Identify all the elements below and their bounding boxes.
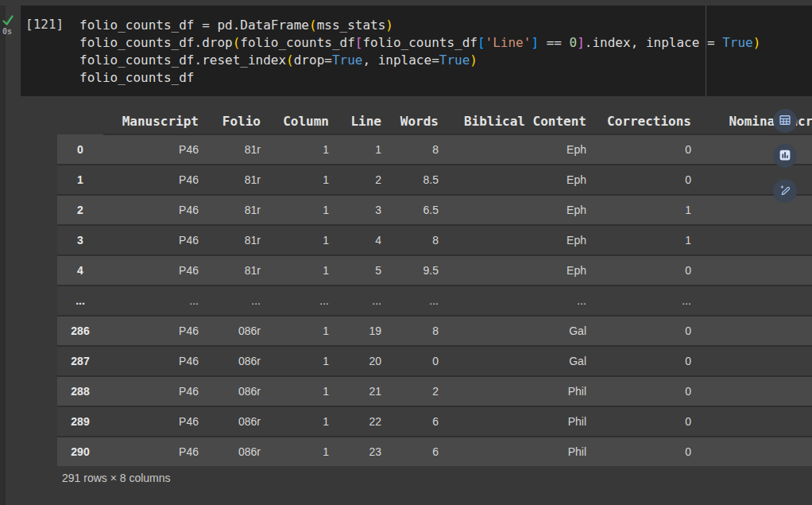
table-cell: ... [103, 286, 207, 316]
column-header: Biblical Content [447, 108, 594, 134]
bar-chart-icon [778, 148, 792, 165]
table-cell: 1 [269, 406, 337, 437]
column-header: Column [269, 108, 337, 134]
table-cell: ... [269, 286, 337, 316]
execution-time: 0s [2, 27, 12, 36]
table-cell: 6.5 [389, 195, 447, 225]
column-header: Manuscript [103, 108, 207, 134]
table-cell: 2 [389, 376, 447, 406]
table-cell: Eph [447, 225, 594, 255]
table-cell: 0 [594, 255, 699, 286]
table-cell: 23 [337, 437, 389, 466]
index-header [57, 108, 103, 134]
table-cell: Phil [447, 406, 594, 437]
generate-code-button[interactable] [773, 179, 797, 203]
table-cell: ... [447, 286, 594, 316]
table-cell: 6 [389, 437, 447, 466]
table-row: 3P4681r148Eph11 [57, 225, 812, 255]
table-cell: 3 [699, 316, 812, 346]
table-cell: 2 [699, 406, 812, 437]
output-toolbar [773, 109, 797, 214]
table-cell: 9.5 [389, 255, 447, 286]
dataframe-table: ManuscriptFolioColumnLineWordsBiblical C… [57, 108, 812, 466]
column-header: Line [337, 108, 389, 134]
table-cell: P46 [103, 406, 207, 437]
table-cell: 1 [269, 195, 337, 225]
dataframe-header-row: ManuscriptFolioColumnLineWordsBiblical C… [57, 108, 812, 134]
table-cell: P46 [103, 225, 207, 255]
table-cell: 0 [594, 346, 699, 376]
table-row: 289P46086r1226Phil02 [57, 406, 812, 437]
table-row: 290P46086r1236Phil00 [57, 437, 812, 466]
table-cell: 81r [207, 134, 269, 165]
table-cell: Phil [447, 376, 594, 406]
table-cell: ... [207, 286, 269, 316]
table-cell: 8 [389, 225, 447, 255]
table-cell: 1 [269, 134, 337, 165]
suggest-charts-button[interactable] [773, 144, 797, 168]
magic-pencil-icon [778, 183, 792, 200]
table-cell: 2 [337, 165, 389, 195]
code-editor[interactable]: [121] folio_counts_df = pd.DataFrame(mss… [21, 6, 812, 96]
column-header: Folio [207, 108, 269, 134]
table-cell: Eph [447, 134, 594, 165]
table-cell: 5 [337, 255, 389, 286]
table-cell: 8 [389, 316, 447, 346]
table-row: 4P4681r159.5Eph00 [57, 255, 812, 286]
table-cell: P46 [103, 255, 207, 286]
table-cell: 1 [269, 225, 337, 255]
table-cell: 1 [337, 134, 389, 165]
table-cell: 81r [207, 225, 269, 255]
table-grid-icon [778, 113, 792, 130]
row-index: 289 [57, 406, 103, 437]
table-cell: P46 [103, 346, 207, 376]
table-cell: Eph [447, 255, 594, 286]
table-cell: ... [337, 286, 389, 316]
table-cell: P46 [103, 134, 207, 165]
table-cell: 81r [207, 165, 269, 195]
interactive-table-button[interactable] [773, 109, 797, 133]
run-button-area[interactable]: 0s [0, 6, 21, 96]
table-cell: 086r [207, 316, 269, 346]
table-cell: 1 [269, 316, 337, 346]
column-header: Words [389, 108, 447, 134]
table-cell: 3 [337, 195, 389, 225]
table-cell: 0 [594, 376, 699, 406]
code-lines: folio_counts_df = pd.DataFrame(mss_stats… [79, 17, 760, 87]
table-cell: 1 [269, 346, 337, 376]
row-index: 0 [57, 134, 103, 165]
row-index: 286 [57, 316, 103, 346]
table-cell: 0 [389, 346, 447, 376]
table-cell: 086r [207, 437, 269, 466]
table-cell: 1 [269, 437, 337, 466]
table-row: 288P46086r1212Phil00 [57, 376, 812, 406]
dataframe-body: 0P4681r118Eph001P4681r128.5Eph002P4681r1… [57, 134, 812, 466]
row-index: 3 [57, 225, 103, 255]
table-cell: 22 [337, 406, 389, 437]
table-cell: 086r [207, 376, 269, 406]
table-cell: 086r [207, 406, 269, 437]
table-cell: 19 [337, 316, 389, 346]
table-cell: P46 [103, 437, 207, 466]
row-index: 4 [57, 255, 103, 286]
table-cell: 0 [699, 376, 812, 406]
execution-success-icon [2, 15, 14, 26]
table-cell: 0 [699, 437, 812, 466]
row-index: 2 [57, 195, 103, 225]
table-cell: 1 [594, 195, 699, 225]
table-cell: 0 [594, 437, 699, 466]
table-cell: 1 [269, 255, 337, 286]
table-cell: P46 [103, 165, 207, 195]
table-cell: 20 [337, 346, 389, 376]
column-header: Corrections [594, 108, 699, 134]
table-cell: ... [594, 286, 699, 316]
table-cell: P46 [103, 376, 207, 406]
row-index: ... [57, 286, 103, 316]
table-cell: 0 [699, 346, 812, 376]
table-cell: Eph [447, 165, 594, 195]
row-index: 288 [57, 376, 103, 406]
table-cell: 8.5 [389, 165, 447, 195]
table-row: ........................... [57, 286, 812, 316]
row-index: 1 [57, 165, 103, 195]
table-cell: 8 [389, 134, 447, 165]
